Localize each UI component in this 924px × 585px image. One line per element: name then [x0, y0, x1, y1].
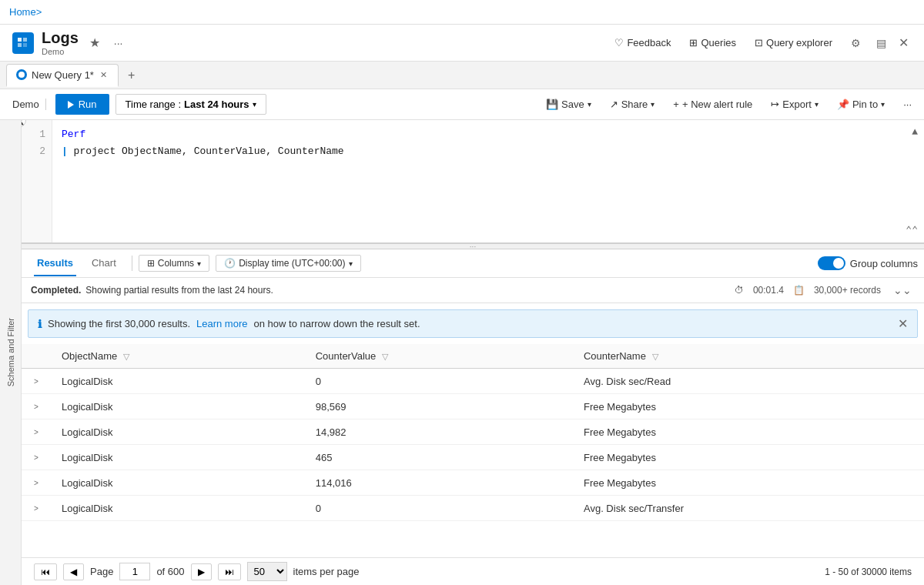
- row-expand-cell[interactable]: >: [22, 369, 52, 394]
- columns-chevron-icon: ▾: [197, 259, 201, 268]
- table-row: > LogicalDisk 0 Avg. Disk sec/Read: [22, 369, 924, 394]
- page-input[interactable]: [119, 563, 150, 580]
- info-banner-content: ℹ Showing the first 30,000 results. Lear…: [38, 318, 420, 330]
- record-count: 30,000+ records: [814, 285, 881, 296]
- table-row: > LogicalDisk 0 Avg. Disk sec/Transfer: [22, 496, 924, 521]
- settings-icon: ⚙: [851, 37, 861, 49]
- run-button[interactable]: Run: [55, 94, 109, 115]
- svg-rect-3: [23, 43, 27, 47]
- time-range-button[interactable]: Time range : Last 24 hours ▾: [116, 94, 266, 115]
- tab-close-button[interactable]: ✕: [99, 70, 109, 80]
- favorite-button[interactable]: ★: [86, 32, 103, 53]
- new-alert-button[interactable]: + + New alert rule: [667, 95, 758, 114]
- query-explorer-button[interactable]: ⊡ Query explorer: [748, 33, 839, 52]
- results-tabs-row: Results Chart ⊞ Columns ▾ 🕐 Display time…: [22, 249, 924, 278]
- row-expand-button[interactable]: >: [31, 426, 42, 438]
- info-suffix: on how to narrow down the result set.: [253, 318, 420, 329]
- close-button[interactable]: ✕: [896, 32, 912, 53]
- share-chevron-icon: ▾: [651, 100, 654, 109]
- info-banner: ℹ Showing the first 30,000 results. Lear…: [28, 309, 918, 338]
- cell-counter-name: Free Megabytes: [574, 394, 924, 420]
- cell-counter-value: 465: [306, 445, 574, 470]
- tab-results[interactable]: Results: [34, 251, 76, 276]
- page-first-button[interactable]: ⏮: [34, 563, 57, 580]
- col-object-name: ObjectName ▽: [52, 344, 306, 369]
- cell-object-name: LogicalDisk: [52, 394, 306, 420]
- row-expand-cell[interactable]: >: [22, 470, 52, 496]
- row-expand-button[interactable]: >: [31, 477, 42, 489]
- pin-chevron-icon: ▾: [881, 100, 885, 109]
- results-table-container: ObjectName ▽ CounterValue ▽ CounterName …: [22, 344, 924, 557]
- side-panel-label[interactable]: Schema and Filter: [6, 318, 15, 386]
- row-expand-button[interactable]: >: [31, 452, 42, 463]
- new-alert-icon: +: [673, 99, 679, 110]
- row-expand-cell[interactable]: >: [22, 445, 52, 470]
- cell-object-name: LogicalDisk: [52, 420, 306, 445]
- feedback-button[interactable]: ♡ Feedback: [608, 33, 677, 52]
- view-toggle-button[interactable]: ▤: [873, 34, 889, 52]
- editor-collapse-button[interactable]: ⌃⌃: [906, 224, 918, 236]
- table-body: > LogicalDisk 0 Avg. Disk sec/Read > Log…: [22, 369, 924, 521]
- tab-bar: New Query 1* ✕ +: [0, 62, 924, 89]
- row-expand-button[interactable]: >: [31, 401, 42, 413]
- columns-button[interactable]: ⊞ Columns ▾: [139, 255, 209, 272]
- row-expand-cell[interactable]: >: [22, 496, 52, 521]
- editor-scroll-up[interactable]: ▲: [912, 126, 918, 138]
- info-close-button[interactable]: ✕: [898, 316, 908, 331]
- breadcrumb-bar: Home >: [0, 0, 924, 25]
- share-button[interactable]: ↗ Share ▾: [604, 95, 661, 114]
- tab-new-query[interactable]: New Query 1* ✕: [6, 64, 119, 87]
- expand-results-button[interactable]: ⌄⌄: [890, 281, 915, 299]
- page-prev-button[interactable]: ◀: [63, 563, 84, 580]
- toggle-track[interactable]: [818, 256, 845, 270]
- code-editor[interactable]: 1 2 Perf | project ObjectName, CounterVa…: [22, 120, 924, 243]
- group-columns-label: Group columns: [850, 258, 918, 269]
- more-toolbar-button[interactable]: ···: [897, 95, 918, 114]
- filter-countervalue-icon[interactable]: ▽: [382, 352, 388, 361]
- filter-countername-icon[interactable]: ▽: [652, 352, 658, 361]
- tab-chart[interactable]: Chart: [89, 251, 119, 276]
- pagination-bar: ⏮ ◀ Page of 600 ▶ ⏭ 50 100 200 items per…: [22, 557, 924, 585]
- page-next-button[interactable]: ▶: [191, 563, 212, 580]
- tab-icon-svg: [18, 72, 25, 78]
- cell-counter-name: Free Megabytes: [574, 470, 924, 496]
- app-title: Logs: [42, 29, 79, 47]
- save-button[interactable]: 💾 Save ▾: [540, 95, 598, 114]
- cell-object-name: LogicalDisk: [52, 470, 306, 496]
- per-page-select[interactable]: 50 100 200: [247, 562, 287, 581]
- row-expand-button[interactable]: >: [31, 376, 42, 387]
- display-time-button[interactable]: 🕐 Display time (UTC+00:00) ▾: [216, 255, 360, 272]
- cell-object-name: LogicalDisk: [52, 496, 306, 521]
- page-last-button[interactable]: ⏭: [218, 563, 241, 580]
- query-explorer-icon: ⊡: [755, 37, 763, 48]
- share-icon: ↗: [610, 99, 618, 110]
- time-chevron-icon: ▾: [349, 259, 353, 268]
- export-button[interactable]: ↦ Export ▾: [765, 95, 825, 114]
- info-icon: ℹ: [38, 318, 42, 330]
- svg-rect-0: [18, 38, 22, 42]
- more-toolbar-icon: ···: [903, 99, 912, 110]
- row-expand-cell[interactable]: >: [22, 394, 52, 420]
- tab-add-button[interactable]: +: [122, 65, 141, 85]
- pin-to-button[interactable]: 📌 Pin to ▾: [831, 95, 891, 114]
- line-number-1: 1: [22, 126, 52, 143]
- row-expand-cell[interactable]: >: [22, 420, 52, 445]
- settings-button[interactable]: ⚙: [845, 34, 867, 52]
- export-chevron-icon: ▾: [815, 100, 819, 109]
- group-columns-toggle[interactable]: Group columns: [818, 256, 918, 270]
- table-row: > LogicalDisk 465 Free Megabytes: [22, 445, 924, 470]
- filter-objectname-icon[interactable]: ▽: [123, 352, 129, 361]
- drag-handle[interactable]: ···: [22, 243, 924, 249]
- cell-counter-name: Free Megabytes: [574, 420, 924, 445]
- more-header-button[interactable]: ···: [111, 34, 126, 52]
- side-panel[interactable]: Schema and Filter: [0, 120, 22, 585]
- queries-button[interactable]: ⊞ Queries: [683, 33, 742, 52]
- learn-more-link[interactable]: Learn more: [196, 318, 247, 329]
- app-icon: [12, 32, 34, 54]
- cell-object-name: LogicalDisk: [52, 369, 306, 394]
- header-title-group: Logs Demo: [42, 29, 79, 56]
- row-expand-button[interactable]: >: [31, 503, 42, 514]
- cell-counter-value: 98,569: [306, 394, 574, 420]
- code-content[interactable]: Perf | project ObjectName, CounterValue,…: [52, 120, 924, 242]
- breadcrumb-home[interactable]: Home: [9, 6, 36, 18]
